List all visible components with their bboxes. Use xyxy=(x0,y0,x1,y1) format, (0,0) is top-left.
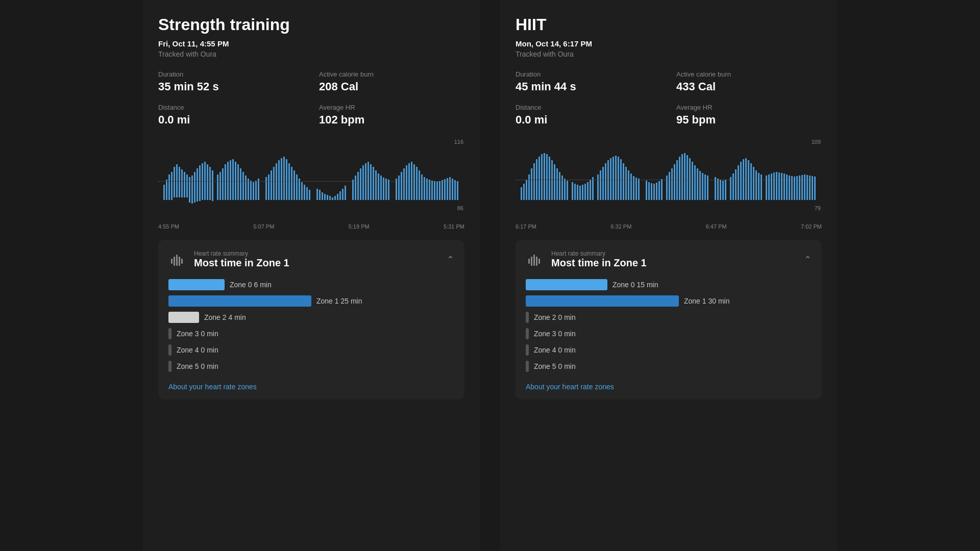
svg-rect-74 xyxy=(370,164,372,200)
svg-rect-116 xyxy=(531,168,532,200)
svg-rect-13 xyxy=(197,168,198,202)
svg-rect-146 xyxy=(612,157,614,200)
svg-rect-195 xyxy=(753,167,754,200)
svg-rect-114 xyxy=(526,180,527,200)
stat-distance-2: Distance 0.0 mi xyxy=(516,104,661,127)
workout-title-2: HIIT xyxy=(516,15,822,34)
svg-rect-159 xyxy=(651,183,652,200)
svg-rect-204 xyxy=(778,172,780,200)
svg-rect-44 xyxy=(283,157,285,200)
svg-rect-95 xyxy=(429,180,430,200)
svg-rect-93 xyxy=(424,177,425,200)
chart-x-label-2-1: 6:32 PM xyxy=(610,223,631,230)
svg-rect-124 xyxy=(551,160,553,200)
svg-rect-189 xyxy=(738,165,739,200)
svg-rect-60 xyxy=(329,196,331,200)
svg-rect-98 xyxy=(436,182,438,200)
zone-bar-5-2 xyxy=(526,361,529,372)
hr-summary-header-2: Heart rate summary Most time in Zone 1 ⌃ xyxy=(526,250,812,269)
svg-rect-214 xyxy=(804,174,805,200)
svg-rect-172 xyxy=(687,155,688,200)
chart-x-label-2-2: 6:47 PM xyxy=(706,223,727,230)
svg-rect-173 xyxy=(689,158,691,200)
svg-rect-117 xyxy=(533,163,535,200)
svg-rect-193 xyxy=(748,160,749,200)
svg-rect-162 xyxy=(658,181,660,200)
zone-row-3-2: Zone 3 0 min xyxy=(526,328,812,339)
svg-rect-136 xyxy=(584,184,586,200)
svg-rect-161 xyxy=(656,183,657,200)
stat-avg-hr-2: Average HR 95 bpm xyxy=(676,104,822,127)
hr-chart-2: 109 79 xyxy=(516,139,822,220)
svg-rect-109 xyxy=(176,255,178,266)
chart-x-labels-1: 4:55 PM 5:07 PM 5:19 PM 5:31 PM xyxy=(158,223,464,230)
svg-rect-178 xyxy=(702,173,703,200)
hr-summary-left-2: Heart rate summary Most time in Zone 1 xyxy=(526,250,647,269)
svg-rect-207 xyxy=(786,174,788,200)
svg-rect-160 xyxy=(653,184,655,200)
workout-date-1: Fri, Oct 11, 4:55 PM xyxy=(158,39,464,48)
hr-summary-text-2: Heart rate summary Most time in Zone 1 xyxy=(551,250,647,269)
zone-row-3-1: Zone 3 0 min xyxy=(168,328,454,339)
svg-rect-174 xyxy=(692,162,693,200)
svg-rect-213 xyxy=(801,175,803,200)
svg-rect-58 xyxy=(324,194,326,200)
stat-duration-2: Duration 45 min 44 s xyxy=(516,70,661,93)
svg-rect-17 xyxy=(207,164,208,200)
svg-rect-45 xyxy=(286,159,287,200)
svg-rect-57 xyxy=(322,192,323,200)
about-hr-zones-link-2[interactable]: About your heart rate zones xyxy=(526,383,614,391)
svg-rect-132 xyxy=(574,184,576,200)
workout-title-1: Strength training xyxy=(158,15,464,34)
zone-bars-1: Zone 0 6 min Zone 1 25 min Zone 2 4 min … xyxy=(168,279,454,372)
svg-rect-29 xyxy=(240,168,241,200)
chart-x-labels-2: 6:17 PM 6:32 PM 6:47 PM 7:02 PM xyxy=(516,223,822,230)
zone-row-1-1: Zone 1 25 min xyxy=(168,295,454,307)
svg-rect-75 xyxy=(373,167,374,200)
svg-rect-82 xyxy=(396,179,397,200)
svg-rect-71 xyxy=(362,165,364,200)
workout-date-2: Mon, Oct 14, 6:17 PM xyxy=(516,39,822,48)
page-wrapper: Strength training Fri, Oct 11, 4:55 PM T… xyxy=(0,0,980,551)
svg-rect-133 xyxy=(577,185,578,200)
svg-rect-43 xyxy=(281,158,282,200)
svg-rect-0 xyxy=(163,185,165,200)
svg-rect-223 xyxy=(538,259,540,264)
about-hr-zones-link-1[interactable]: About your heart rate zones xyxy=(168,383,257,391)
svg-rect-103 xyxy=(449,177,451,200)
svg-rect-125 xyxy=(554,164,555,200)
svg-rect-140 xyxy=(597,174,599,200)
svg-rect-218 xyxy=(814,177,816,200)
svg-rect-52 xyxy=(304,185,305,200)
svg-rect-163 xyxy=(661,179,663,200)
svg-rect-198 xyxy=(761,174,762,200)
chart-x-label-3: 5:31 PM xyxy=(444,223,464,230)
svg-rect-39 xyxy=(271,170,272,200)
zone-bar-4-2 xyxy=(526,344,529,356)
svg-rect-150 xyxy=(623,163,624,200)
svg-rect-206 xyxy=(783,173,785,200)
svg-rect-100 xyxy=(442,180,443,200)
svg-rect-194 xyxy=(750,163,752,200)
svg-rect-35 xyxy=(255,181,257,200)
svg-rect-7 xyxy=(181,169,183,197)
svg-rect-32 xyxy=(248,179,249,200)
svg-rect-63 xyxy=(337,194,338,200)
svg-rect-14 xyxy=(199,165,201,201)
svg-rect-107 xyxy=(171,259,173,264)
chevron-up-icon-2[interactable]: ⌃ xyxy=(804,254,812,265)
svg-rect-108 xyxy=(174,257,175,266)
svg-rect-28 xyxy=(237,164,239,200)
svg-rect-67 xyxy=(352,180,354,200)
avg-line-1 xyxy=(158,181,454,182)
svg-rect-6 xyxy=(179,167,180,197)
svg-rect-175 xyxy=(694,165,696,200)
svg-rect-188 xyxy=(735,169,737,200)
svg-rect-147 xyxy=(615,156,617,200)
svg-rect-166 xyxy=(671,168,673,200)
svg-rect-61 xyxy=(332,197,333,200)
svg-rect-80 xyxy=(385,179,387,200)
chevron-up-icon-1[interactable]: ⌃ xyxy=(447,254,454,265)
svg-rect-181 xyxy=(715,177,716,200)
svg-rect-221 xyxy=(533,255,535,266)
